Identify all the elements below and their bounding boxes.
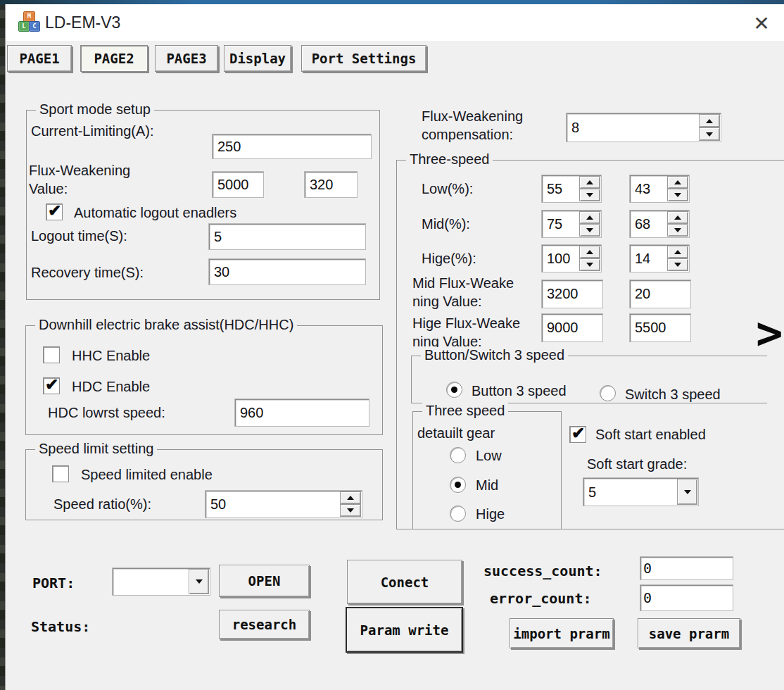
speed-ratio-input[interactable] (206, 491, 338, 518)
error-count-label: error_count: (490, 590, 592, 607)
hhc-enable-label: HHC Enable (72, 346, 150, 365)
logout-time-input[interactable] (208, 223, 366, 250)
hdc-enable-checkbox[interactable] (43, 377, 60, 394)
low-input-2[interactable] (630, 175, 666, 202)
arrow-up-icon (674, 215, 681, 220)
import-param-button-label: import prarm (513, 626, 609, 641)
next-page-arrow[interactable]: > (756, 307, 783, 359)
speed-limited-enable-checkbox[interactable] (52, 465, 69, 482)
mid-input-2[interactable] (630, 211, 666, 237)
spin-up-button[interactable] (340, 491, 361, 504)
soft-start-grade-dropdown[interactable]: 5 (583, 477, 699, 506)
mid-flux-weakening-input-2[interactable] (629, 280, 691, 308)
group-title: Three-speed (406, 151, 493, 168)
mid-input-1[interactable] (542, 211, 578, 237)
tab-label: PAGE3 (166, 51, 206, 66)
three-speed-hige-label: Hige(%): (422, 249, 476, 268)
auto-logout-checkbox[interactable] (46, 203, 63, 220)
gear-low-radio[interactable] (450, 447, 466, 463)
arrow-up-icon (586, 250, 593, 254)
spin-down-button[interactable] (667, 224, 688, 237)
spin-up-button[interactable] (579, 176, 600, 189)
tab-port-settings[interactable]: Port Settings (301, 45, 426, 72)
spin-up-button[interactable] (579, 246, 600, 258)
hige-flux-weakening-input-2[interactable] (629, 313, 691, 342)
hdc-lowest-speed-input[interactable] (234, 399, 369, 427)
app-icon-block-orange: M (23, 11, 35, 22)
soft-start-grade-value: 5 (588, 484, 596, 500)
spin-down-button[interactable] (579, 224, 600, 237)
param-write-button-label: Param write (360, 622, 449, 638)
button-3-speed-label: Button 3 speed (472, 382, 567, 400)
tab-label: Display (229, 51, 286, 66)
hige-input-1[interactable] (542, 245, 578, 272)
recovery-time-label: Recovery time(S): (31, 263, 144, 282)
spin-up-button[interactable] (699, 114, 720, 127)
research-button-label: research (232, 617, 297, 632)
spin-down-button[interactable] (579, 189, 600, 201)
flux-compensation-input[interactable] (567, 113, 697, 142)
current-limiting-input[interactable] (212, 134, 372, 159)
tab-display[interactable]: Display (224, 45, 291, 72)
titlebar[interactable]: M L C LD-EM-V3 ✕ (6, 4, 784, 41)
tab-page2[interactable]: PAGE2 (80, 45, 148, 72)
port-dropdown[interactable] (112, 567, 210, 596)
import-param-button[interactable]: import prarm (510, 618, 614, 648)
hhc-enable-checkbox[interactable] (43, 346, 60, 363)
connect-button[interactable]: Conect (347, 560, 462, 604)
status-label: Status: (31, 618, 90, 635)
research-button[interactable]: research (219, 610, 310, 639)
arrow-down-icon (586, 193, 593, 197)
spin-up-button[interactable] (579, 211, 600, 224)
spinner-buttons (667, 246, 688, 271)
save-param-button[interactable]: save prarm (638, 618, 740, 648)
spin-down-button[interactable] (579, 258, 600, 271)
gear-mid-label: Mid (476, 476, 498, 494)
soft-start-enabled-checkbox[interactable] (569, 426, 586, 443)
spin-up-button[interactable] (667, 211, 688, 224)
tab-page3[interactable]: PAGE3 (155, 45, 218, 72)
logout-time-label: Logout time(S): (31, 227, 127, 245)
switch-3-speed-radio[interactable] (600, 385, 616, 401)
group-title: Button/Switch 3 speed (421, 347, 568, 363)
switch-3-speed-label: Switch 3 speed (625, 385, 721, 403)
flux-compensation-spinner (566, 113, 721, 142)
hige-flux-weakening-label-line1: Hige Flux-Weake (412, 314, 520, 332)
arrow-up-icon (586, 215, 593, 220)
dropdown-button[interactable] (189, 569, 209, 594)
spin-down-button[interactable] (340, 504, 361, 517)
mid-flux-weakening-input-1[interactable] (541, 280, 603, 308)
hige-input-2[interactable] (630, 245, 666, 272)
hige-flux-weakening-input-1[interactable] (541, 313, 603, 342)
group-title: Sport mode setup (36, 101, 154, 118)
speed-ratio-label: Speed ratio(%): (53, 495, 151, 513)
success-count-label: success_count: (483, 563, 602, 579)
spin-up-button[interactable] (667, 176, 688, 189)
gear-mid-radio[interactable] (450, 477, 466, 493)
low-input-1[interactable] (542, 175, 578, 202)
spin-down-button[interactable] (667, 189, 688, 201)
spinner-buttons (340, 491, 361, 517)
error-count-input[interactable] (640, 584, 733, 611)
dropdown-button[interactable] (677, 479, 697, 505)
arrow-up-icon (674, 180, 681, 184)
open-button[interactable]: OPEN (219, 565, 310, 597)
spin-down-button[interactable] (699, 127, 720, 141)
current-limiting-label: Current-Limiting(A): (31, 122, 153, 140)
low-spinner-2 (629, 175, 690, 203)
app-icon: M L C (18, 11, 39, 32)
flux-weakening-value-label-line2: Value: (29, 180, 130, 198)
flux-weakening-value-input-1[interactable] (212, 171, 264, 198)
speed-ratio-spinner (205, 490, 362, 518)
gear-hige-radio[interactable] (450, 506, 466, 522)
close-button[interactable]: ✕ (747, 11, 776, 35)
param-write-button[interactable]: Param write (346, 607, 463, 653)
recovery-time-input[interactable] (208, 258, 366, 285)
spin-down-button[interactable] (667, 258, 688, 271)
success-count-input[interactable] (640, 556, 733, 580)
app-window: M L C LD-EM-V3 ✕ PAGE1 PAGE2 PAGE3 Displ… (5, 4, 784, 690)
flux-weakening-value-input-2[interactable] (304, 171, 358, 198)
tab-page1[interactable]: PAGE1 (7, 45, 72, 72)
spin-up-button[interactable] (667, 246, 688, 258)
button-3-speed-radio[interactable] (446, 382, 462, 398)
